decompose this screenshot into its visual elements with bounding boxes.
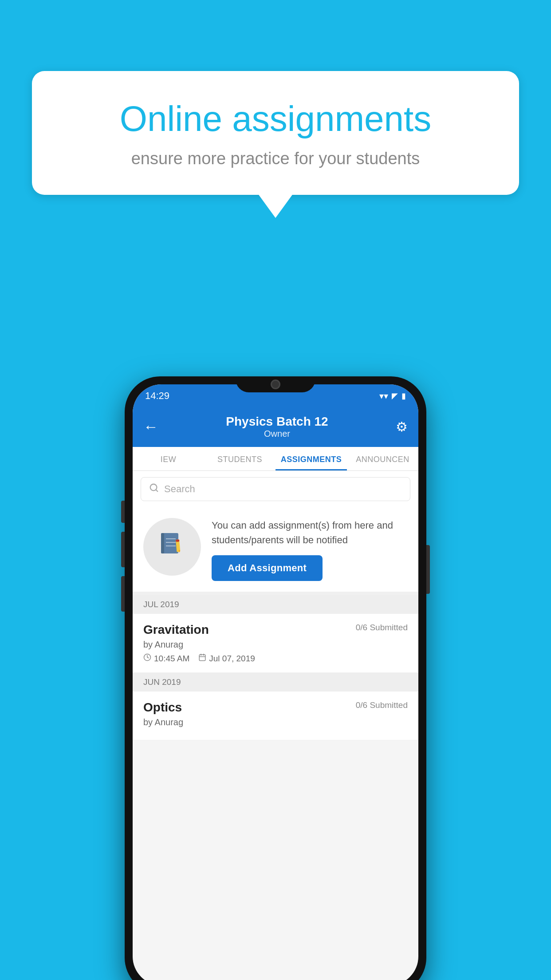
search-container: Search [133, 471, 418, 507]
month-divider-jul: JUL 2019 [133, 595, 418, 614]
status-icons: ▾▾ ◤ ▮ [379, 391, 406, 401]
svg-rect-11 [200, 655, 206, 661]
assignment-item-optics[interactable]: Optics 0/6 Submitted by Anurag [133, 692, 418, 740]
calendar-icon [198, 653, 206, 664]
search-icon [149, 483, 159, 495]
speech-bubble-title: Online assignments [67, 98, 484, 140]
speech-bubble-subtitle: ensure more practice for your students [67, 149, 484, 168]
back-button[interactable]: ← [143, 418, 158, 435]
tab-students[interactable]: STUDENTS [204, 447, 276, 470]
header-title: Physics Batch 12 [226, 415, 328, 429]
gear-icon[interactable]: ⚙ [396, 419, 408, 435]
signal-icon: ◤ [392, 391, 398, 401]
month-divider-jun: JUN 2019 [133, 673, 418, 692]
header-center: Physics Batch 12 Owner [226, 415, 328, 439]
svg-line-1 [156, 490, 157, 491]
add-assignment-button[interactable]: Add Assignment [212, 555, 323, 581]
svg-rect-9 [176, 539, 179, 542]
tabs-container: IEW STUDENTS ASSIGNMENTS ANNOUNCEN [133, 447, 418, 471]
assignment-submitted-optics: 0/6 Submitted [356, 700, 408, 710]
phone-notch [236, 376, 315, 392]
phone-side-button-right [426, 545, 430, 594]
tab-announcements[interactable]: ANNOUNCEN [347, 447, 418, 470]
battery-icon: ▮ [401, 391, 406, 401]
app-header: ← Physics Batch 12 Owner ⚙ [133, 407, 418, 447]
speech-bubble-container: Online assignments ensure more practice … [32, 71, 519, 195]
wifi-icon: ▾▾ [379, 391, 388, 401]
phone-frame: 14:29 ▾▾ ◤ ▮ ← Physics Batch 12 Owner ⚙ … [125, 376, 426, 980]
assignment-by: by Anurag [143, 640, 408, 650]
assignment-submitted: 0/6 Submitted [356, 623, 408, 632]
assignment-name-optics: Optics [143, 700, 182, 715]
assignment-info: You can add assignment(s) from here and … [212, 518, 408, 581]
search-placeholder: Search [164, 483, 195, 495]
assignment-date: Jul 07, 2019 [209, 654, 255, 664]
svg-rect-3 [161, 533, 164, 553]
speech-bubble: Online assignments ensure more practice … [32, 71, 519, 195]
assignment-name: Gravitation [143, 623, 209, 637]
assignment-by-optics: by Anurag [143, 717, 408, 727]
svg-rect-2 [162, 533, 178, 553]
tab-assignments[interactable]: ASSIGNMENTS [276, 447, 347, 470]
meta-date: Jul 07, 2019 [198, 653, 255, 664]
tab-iew[interactable]: IEW [133, 447, 204, 470]
status-time: 14:29 [145, 390, 169, 402]
phone-side-button-3 [121, 576, 125, 612]
phone-side-button-2 [121, 532, 125, 567]
notebook-icon [159, 531, 185, 563]
assignment-meta: 10:45 AM Jul 07, 2019 [143, 653, 408, 664]
phone-camera [271, 379, 280, 389]
assignment-time: 10:45 AM [154, 654, 189, 664]
assignment-icon-circle [143, 518, 201, 576]
assignment-description: You can add assignment(s) from here and … [212, 518, 408, 547]
header-subtitle: Owner [226, 429, 328, 439]
assignment-item-header: Gravitation 0/6 Submitted [143, 623, 408, 637]
phone-side-button-1 [121, 501, 125, 523]
phone-screen: 14:29 ▾▾ ◤ ▮ ← Physics Batch 12 Owner ⚙ … [133, 384, 418, 980]
search-input-wrapper[interactable]: Search [141, 477, 410, 501]
assignment-item-gravitation[interactable]: Gravitation 0/6 Submitted by Anurag 10:4… [133, 614, 418, 673]
add-assignment-section: You can add assignment(s) from here and … [133, 507, 418, 595]
clock-icon [143, 653, 151, 664]
assignment-item-header-optics: Optics 0/6 Submitted [143, 700, 408, 715]
meta-time: 10:45 AM [143, 653, 189, 664]
